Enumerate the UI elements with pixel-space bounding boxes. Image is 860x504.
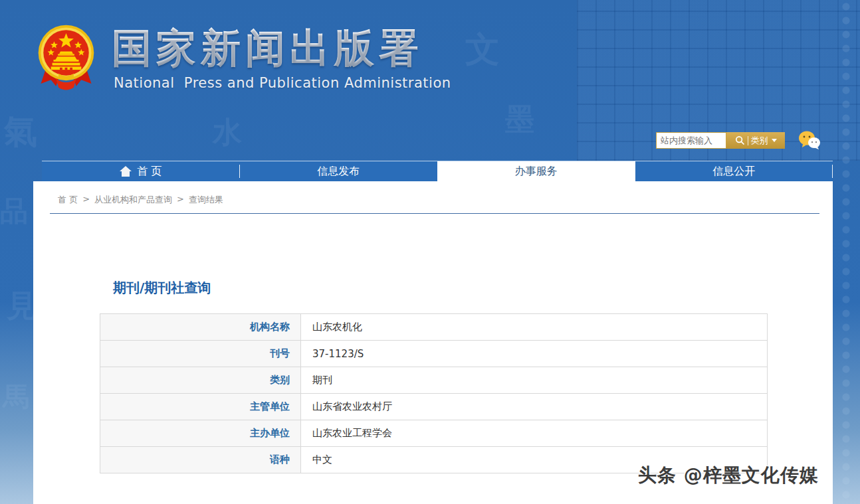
breadcrumb-separator: >	[177, 194, 184, 206]
journal-info-table: 机构名称 山东农机化 刊号 37-1123/S 类别 期刊 主管单位 山东省农业…	[100, 313, 768, 473]
nav-item-home[interactable]: 首 页	[42, 161, 240, 181]
breadcrumb-separator: >	[82, 194, 90, 206]
toutiao-watermark: 头条 @梓墨文化传媒	[638, 463, 819, 488]
row-value: 山东农业工程学会	[301, 420, 768, 447]
calligraphy-texture: 馬	[3, 378, 29, 415]
divider	[748, 136, 748, 145]
row-label: 主办单位	[100, 420, 301, 447]
row-label: 机构名称	[100, 314, 301, 341]
row-label: 刊号	[100, 341, 301, 367]
breadcrumb-underline	[50, 213, 819, 214]
row-label: 语种	[100, 447, 301, 473]
page-title: 期刊/期刊社查询	[113, 279, 211, 297]
site-title: 国家新闻出版署	[112, 22, 484, 76]
table-row: 机构名称 山东农机化	[100, 314, 768, 341]
national-emblem-logo[interactable]	[35, 22, 98, 95]
breadcrumb: 首 页 > 从业机构和产品查询 > 查询结果	[58, 194, 223, 206]
row-value: 期刊	[301, 367, 768, 394]
wechat-share-button[interactable]	[798, 129, 821, 151]
breadcrumb-query[interactable]: 从业机构和产品查询	[94, 194, 172, 206]
breadcrumb-current: 查询结果	[189, 194, 223, 206]
nav-item-label: 信息公开	[712, 165, 755, 179]
table-row: 主管单位 山东省农业农村厅	[100, 394, 768, 420]
home-icon	[120, 166, 132, 177]
site-search: 类别	[656, 131, 785, 149]
search-controls: 类别	[726, 132, 785, 149]
china-national-emblem-icon	[35, 22, 98, 95]
search-icon	[735, 135, 745, 145]
table-row: 类别 期刊	[100, 367, 768, 394]
site-subtitle: National Press and Publication Administr…	[114, 75, 451, 91]
nav-item-label: 信息发布	[317, 165, 360, 179]
nav-item-disclosure[interactable]: 信息公开	[635, 161, 833, 181]
row-label: 类别	[100, 367, 301, 394]
nav-item-label: 办事服务	[515, 165, 558, 179]
calligraphy-texture: 品	[0, 193, 28, 230]
table-row: 刊号 37-1123/S	[100, 341, 768, 367]
wechat-icon	[798, 129, 821, 151]
row-value: 37-1123/S	[301, 341, 768, 367]
nav-item-label: 首 页	[137, 165, 161, 179]
nav-item-services[interactable]: 办事服务	[437, 161, 635, 181]
table-row: 主办单位 山东农业工程学会	[100, 420, 768, 447]
row-label: 主管单位	[100, 394, 301, 420]
main-nav: 首 页 信息发布 办事服务 信息公开	[42, 161, 833, 181]
nav-item-news[interactable]: 信息发布	[240, 161, 438, 181]
caret-down-icon	[772, 139, 777, 142]
search-button[interactable]	[735, 135, 745, 145]
search-input[interactable]	[656, 132, 726, 149]
site-header: 国家新闻出版署 National Press and Publication A…	[0, 0, 860, 161]
search-category-dropdown[interactable]: 类别	[751, 135, 768, 147]
row-value: 山东农机化	[301, 314, 768, 341]
content-panel: 首 页 > 从业机构和产品查询 > 查询结果 期刊/期刊社查询 机构名称 山东农…	[33, 181, 833, 504]
breadcrumb-home[interactable]: 首 页	[58, 194, 78, 206]
row-value: 山东省农业农村厅	[301, 394, 768, 420]
